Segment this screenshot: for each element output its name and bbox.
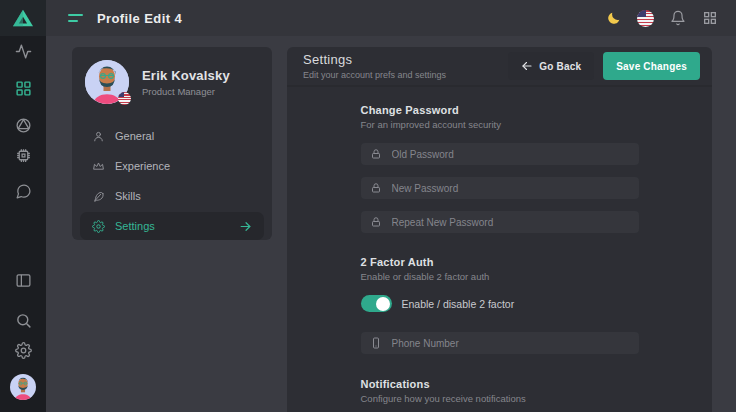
topbar: Profile Edit 4 bbox=[46, 0, 736, 36]
lock-icon bbox=[370, 148, 383, 161]
user-avatar[interactable] bbox=[10, 374, 36, 400]
triangle-logo-icon bbox=[12, 8, 34, 28]
save-changes-button[interactable]: Save Changes bbox=[603, 52, 700, 80]
new-password-field[interactable] bbox=[361, 177, 639, 199]
profile-card: Erik Kovalsky Product Manager General Ex… bbox=[72, 47, 272, 240]
settings-content: Change Password For an improved account … bbox=[287, 87, 712, 405]
bell-icon[interactable] bbox=[669, 10, 686, 27]
package-icon[interactable] bbox=[0, 117, 46, 134]
gear-icon bbox=[92, 219, 106, 233]
arrow-right-icon bbox=[239, 220, 252, 233]
section-change-password: Change Password For an improved account … bbox=[361, 103, 639, 233]
dashboard-grid-icon[interactable] bbox=[0, 80, 46, 97]
new-password-input[interactable] bbox=[392, 183, 630, 194]
settings-header: Settings Edit your account prefs and set… bbox=[287, 47, 712, 87]
repeat-password-field[interactable] bbox=[361, 211, 639, 233]
repeat-password-input[interactable] bbox=[392, 217, 630, 228]
phone-number-field[interactable] bbox=[361, 332, 639, 354]
main-content: Erik Kovalsky Product Manager General Ex… bbox=[46, 36, 736, 412]
lock-icon bbox=[370, 216, 383, 229]
section-title: 2 Factor Auth bbox=[361, 255, 639, 269]
profile-role: Product Manager bbox=[142, 86, 230, 97]
user-icon bbox=[92, 129, 106, 143]
settings-panel: Settings Edit your account prefs and set… bbox=[287, 47, 712, 412]
section-subtitle: Enable or disable 2 factor auth bbox=[361, 271, 639, 283]
arrow-left-icon bbox=[521, 60, 533, 72]
old-password-field[interactable] bbox=[361, 143, 639, 165]
two-factor-toggle-label: Enable / disable 2 factor bbox=[402, 298, 515, 310]
profile-name: Erik Kovalsky bbox=[142, 68, 230, 83]
menu-item-skills[interactable]: Skills bbox=[80, 182, 264, 210]
us-flag-icon[interactable] bbox=[637, 10, 654, 27]
menu-item-experience[interactable]: Experience bbox=[80, 152, 264, 180]
section-two-factor: 2 Factor Auth Enable or disable 2 factor… bbox=[361, 255, 639, 354]
two-factor-toggle[interactable] bbox=[361, 295, 392, 312]
section-title: Change Password bbox=[361, 103, 639, 117]
feather-icon bbox=[92, 189, 106, 203]
go-back-label: Go Back bbox=[539, 61, 581, 72]
phone-number-input[interactable] bbox=[392, 338, 630, 349]
activity-icon[interactable] bbox=[0, 43, 46, 60]
menu-toggle-icon[interactable] bbox=[68, 14, 83, 22]
smartphone-icon bbox=[370, 337, 383, 350]
chat-icon[interactable] bbox=[0, 183, 46, 200]
layout-icon[interactable] bbox=[0, 272, 46, 289]
app-logo[interactable] bbox=[0, 0, 46, 36]
go-back-button[interactable]: Go Back bbox=[508, 52, 594, 80]
crown-icon bbox=[92, 159, 106, 173]
profile-avatar[interactable] bbox=[85, 60, 129, 104]
app-window: Profile Edit 4 bbox=[0, 0, 736, 412]
menu-item-label: Experience bbox=[115, 160, 170, 172]
section-subtitle: For an improved account security bbox=[361, 119, 639, 131]
search-icon[interactable] bbox=[0, 312, 46, 329]
lock-icon bbox=[370, 182, 383, 195]
two-factor-toggle-row: Enable / disable 2 factor bbox=[361, 295, 639, 312]
apps-grid-icon[interactable] bbox=[701, 10, 718, 27]
section-title: Notifications bbox=[361, 377, 639, 391]
moon-icon[interactable] bbox=[605, 10, 622, 27]
menu-item-label: General bbox=[115, 130, 154, 142]
settings-subtitle: Edit your account prefs and settings bbox=[303, 70, 446, 80]
menu-item-label: Settings bbox=[115, 220, 155, 232]
avatar-country-flag-icon bbox=[118, 92, 131, 105]
page-title: Profile Edit 4 bbox=[97, 11, 182, 26]
settings-title: Settings bbox=[303, 52, 446, 67]
avatar-image bbox=[10, 374, 36, 400]
section-subtitle: Configure how you receive notifications bbox=[361, 393, 639, 405]
old-password-input[interactable] bbox=[392, 149, 630, 160]
menu-item-settings[interactable]: Settings bbox=[80, 212, 264, 240]
profile-menu: General Experience Skills bbox=[72, 122, 272, 240]
menu-item-general[interactable]: General bbox=[80, 122, 264, 150]
gear-icon[interactable] bbox=[0, 342, 46, 359]
section-notifications: Notifications Configure how you receive … bbox=[361, 377, 639, 405]
menu-item-label: Skills bbox=[115, 190, 141, 202]
cpu-icon[interactable] bbox=[0, 147, 46, 164]
icon-rail bbox=[0, 0, 46, 412]
